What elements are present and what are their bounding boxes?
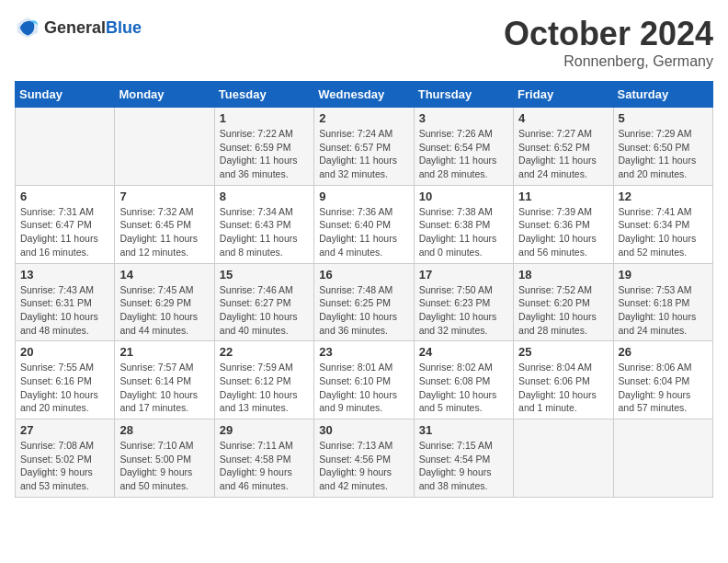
calendar-week-row: 27Sunrise: 7:08 AM Sunset: 5:02 PM Dayli… xyxy=(16,419,713,498)
calendar-cell: 10Sunrise: 7:38 AM Sunset: 6:38 PM Dayli… xyxy=(414,185,513,263)
day-number: 10 xyxy=(419,190,508,203)
day-of-week-header: Saturday xyxy=(613,82,712,108)
day-number: 13 xyxy=(20,268,109,282)
day-content: Sunrise: 7:22 AM Sunset: 6:59 PM Dayligh… xyxy=(220,127,309,181)
day-number: 29 xyxy=(220,423,309,437)
day-number: 8 xyxy=(220,190,309,203)
day-number: 14 xyxy=(119,268,209,282)
calendar-week-row: 1Sunrise: 7:22 AM Sunset: 6:59 PM Daylig… xyxy=(16,108,713,186)
calendar-cell: 28Sunrise: 7:10 AM Sunset: 5:00 PM Dayli… xyxy=(115,419,214,498)
calendar-header: SundayMondayTuesdayWednesdayThursdayFrid… xyxy=(16,82,713,108)
day-number: 30 xyxy=(319,423,408,437)
day-content: Sunrise: 7:43 AM Sunset: 6:31 PM Dayligh… xyxy=(20,283,109,338)
day-content: Sunrise: 7:10 AM Sunset: 5:00 PM Dayligh… xyxy=(119,439,209,493)
day-content: Sunrise: 7:57 AM Sunset: 6:14 PM Dayligh… xyxy=(119,361,209,415)
logo-text-general: General xyxy=(44,18,106,37)
day-number: 20 xyxy=(20,345,109,359)
day-number: 12 xyxy=(619,190,708,203)
day-content: Sunrise: 7:59 AM Sunset: 6:12 PM Dayligh… xyxy=(220,361,309,415)
day-content: Sunrise: 8:02 AM Sunset: 6:08 PM Dayligh… xyxy=(419,361,508,415)
logo-text-blue: Blue xyxy=(106,18,142,37)
day-number: 9 xyxy=(319,190,408,203)
day-number: 2 xyxy=(319,111,408,125)
day-content: Sunrise: 7:34 AM Sunset: 6:43 PM Dayligh… xyxy=(220,205,309,259)
day-number: 1 xyxy=(220,111,309,125)
day-number: 23 xyxy=(319,345,408,359)
calendar-cell: 14Sunrise: 7:45 AM Sunset: 6:29 PM Dayli… xyxy=(115,263,214,341)
calendar-title: October 2024 xyxy=(504,15,713,53)
day-number: 6 xyxy=(20,190,109,203)
calendar-week-row: 6Sunrise: 7:31 AM Sunset: 6:47 PM Daylig… xyxy=(16,185,713,263)
calendar-cell: 4Sunrise: 7:27 AM Sunset: 6:52 PM Daylig… xyxy=(514,108,613,186)
calendar-cell: 22Sunrise: 7:59 AM Sunset: 6:12 PM Dayli… xyxy=(214,341,313,419)
day-number: 24 xyxy=(419,345,508,359)
logo-icon xyxy=(15,15,40,40)
day-content: Sunrise: 7:15 AM Sunset: 4:54 PM Dayligh… xyxy=(419,439,508,493)
calendar-cell: 5Sunrise: 7:29 AM Sunset: 6:50 PM Daylig… xyxy=(613,108,712,186)
calendar-cell: 31Sunrise: 7:15 AM Sunset: 4:54 PM Dayli… xyxy=(414,419,513,498)
day-content: Sunrise: 7:41 AM Sunset: 6:34 PM Dayligh… xyxy=(619,205,708,259)
calendar-cell: 6Sunrise: 7:31 AM Sunset: 6:47 PM Daylig… xyxy=(16,185,115,263)
calendar-cell: 12Sunrise: 7:41 AM Sunset: 6:34 PM Dayli… xyxy=(613,185,712,263)
calendar-cell xyxy=(16,108,115,186)
calendar-cell: 16Sunrise: 7:48 AM Sunset: 6:25 PM Dayli… xyxy=(314,263,414,341)
calendar-cell: 24Sunrise: 8:02 AM Sunset: 6:08 PM Dayli… xyxy=(414,341,513,419)
calendar-cell: 29Sunrise: 7:11 AM Sunset: 4:58 PM Dayli… xyxy=(214,419,313,498)
day-number: 16 xyxy=(319,268,408,282)
day-content: Sunrise: 7:08 AM Sunset: 5:02 PM Dayligh… xyxy=(20,439,109,493)
day-number: 21 xyxy=(119,345,209,359)
day-number: 3 xyxy=(419,111,508,125)
day-number: 22 xyxy=(220,345,309,359)
calendar-cell: 26Sunrise: 8:06 AM Sunset: 6:04 PM Dayli… xyxy=(613,341,712,419)
calendar-body: 1Sunrise: 7:22 AM Sunset: 6:59 PM Daylig… xyxy=(16,108,713,498)
calendar-cell: 27Sunrise: 7:08 AM Sunset: 5:02 PM Dayli… xyxy=(16,419,115,498)
day-content: Sunrise: 7:39 AM Sunset: 6:36 PM Dayligh… xyxy=(518,205,608,259)
day-number: 5 xyxy=(619,111,708,125)
calendar-cell: 9Sunrise: 7:36 AM Sunset: 6:40 PM Daylig… xyxy=(314,185,414,263)
day-content: Sunrise: 7:53 AM Sunset: 6:18 PM Dayligh… xyxy=(619,283,708,338)
calendar-week-row: 13Sunrise: 7:43 AM Sunset: 6:31 PM Dayli… xyxy=(16,263,713,341)
calendar-location: Ronnenberg, Germany xyxy=(504,53,713,70)
calendar-cell: 3Sunrise: 7:26 AM Sunset: 6:54 PM Daylig… xyxy=(414,108,513,186)
day-content: Sunrise: 7:45 AM Sunset: 6:29 PM Dayligh… xyxy=(119,283,209,338)
day-number: 28 xyxy=(119,423,209,437)
day-content: Sunrise: 7:29 AM Sunset: 6:50 PM Dayligh… xyxy=(619,127,708,181)
calendar-cell: 19Sunrise: 7:53 AM Sunset: 6:18 PM Dayli… xyxy=(613,263,712,341)
day-content: Sunrise: 8:06 AM Sunset: 6:04 PM Dayligh… xyxy=(619,361,708,415)
day-number: 11 xyxy=(518,190,608,203)
day-number: 15 xyxy=(220,268,309,282)
day-content: Sunrise: 7:26 AM Sunset: 6:54 PM Dayligh… xyxy=(419,127,508,181)
day-number: 18 xyxy=(518,268,608,282)
day-number: 4 xyxy=(518,111,608,125)
logo: GeneralBlue xyxy=(15,15,142,40)
calendar-cell: 7Sunrise: 7:32 AM Sunset: 6:45 PM Daylig… xyxy=(115,185,214,263)
calendar-cell: 15Sunrise: 7:46 AM Sunset: 6:27 PM Dayli… xyxy=(214,263,313,341)
day-of-week-header: Tuesday xyxy=(214,82,313,108)
calendar-cell: 11Sunrise: 7:39 AM Sunset: 6:36 PM Dayli… xyxy=(514,185,613,263)
day-content: Sunrise: 8:01 AM Sunset: 6:10 PM Dayligh… xyxy=(319,361,408,415)
calendar-cell: 8Sunrise: 7:34 AM Sunset: 6:43 PM Daylig… xyxy=(214,185,313,263)
calendar-cell: 17Sunrise: 7:50 AM Sunset: 6:23 PM Dayli… xyxy=(414,263,513,341)
day-content: Sunrise: 7:38 AM Sunset: 6:38 PM Dayligh… xyxy=(419,205,508,259)
day-content: Sunrise: 7:27 AM Sunset: 6:52 PM Dayligh… xyxy=(518,127,608,181)
calendar-cell: 30Sunrise: 7:13 AM Sunset: 4:56 PM Dayli… xyxy=(314,419,414,498)
calendar-cell xyxy=(115,108,214,186)
day-number: 19 xyxy=(619,268,708,282)
title-block: October 2024 Ronnenberg, Germany xyxy=(504,15,713,70)
day-number: 17 xyxy=(419,268,508,282)
day-of-week-header: Sunday xyxy=(16,82,115,108)
page-header: GeneralBlue October 2024 Ronnenberg, Ger… xyxy=(15,15,713,70)
day-content: Sunrise: 7:50 AM Sunset: 6:23 PM Dayligh… xyxy=(419,283,508,338)
day-number: 26 xyxy=(619,345,708,359)
calendar-cell: 25Sunrise: 8:04 AM Sunset: 6:06 PM Dayli… xyxy=(514,341,613,419)
calendar-cell: 20Sunrise: 7:55 AM Sunset: 6:16 PM Dayli… xyxy=(16,341,115,419)
calendar-week-row: 20Sunrise: 7:55 AM Sunset: 6:16 PM Dayli… xyxy=(16,341,713,419)
day-number: 7 xyxy=(119,190,209,203)
day-header-row: SundayMondayTuesdayWednesdayThursdayFrid… xyxy=(16,82,713,108)
day-number: 31 xyxy=(419,423,508,437)
day-content: Sunrise: 7:55 AM Sunset: 6:16 PM Dayligh… xyxy=(20,361,109,415)
day-content: Sunrise: 7:48 AM Sunset: 6:25 PM Dayligh… xyxy=(319,283,408,338)
day-content: Sunrise: 7:13 AM Sunset: 4:56 PM Dayligh… xyxy=(319,439,408,493)
day-content: Sunrise: 7:52 AM Sunset: 6:20 PM Dayligh… xyxy=(518,283,608,338)
day-content: Sunrise: 7:32 AM Sunset: 6:45 PM Dayligh… xyxy=(119,205,209,259)
